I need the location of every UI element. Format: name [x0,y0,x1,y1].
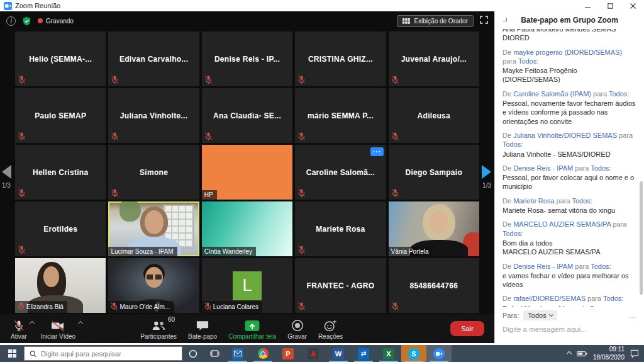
participant-tile[interactable]: Helio (SEMMA-... [15,31,106,86]
task-view-icon [210,349,219,358]
participant-tile[interactable]: LLuciana Colares [202,258,292,313]
action-center-icon[interactable] [630,349,639,358]
chat-message-header: De Juliana Vinholte/DIORED SEMAS para To… [502,131,636,149]
recording-indicator: Gravando [38,18,74,25]
leave-meeting-button[interactable]: Sair [450,321,484,336]
muted-mic-icon [18,189,25,197]
participant-tile[interactable]: Caroline Salomã... [295,145,386,200]
chat-message: De Denise Reis - IPAM para Todos:e vamos… [502,262,636,290]
participant-tile[interactable]: Edivan Carvalho... [108,31,199,86]
participant-tile[interactable]: Cíntia Wanderley [202,201,292,256]
participant-name-label: Cíntia Wanderley [202,247,256,256]
reactions-button[interactable]: Reações [313,314,348,343]
taskbar-app-mail-icon[interactable] [225,345,250,362]
minimize-button[interactable] [576,0,599,11]
send-to-dropdown[interactable]: Todos [523,310,557,320]
participant-tile[interactable]: Vânia Portela [389,201,479,256]
chat-message-body: Pessoal, por favor colocar aqui o nome e… [502,173,636,191]
chat-message-body: Mayke Feitosa Progênio (DIORED/SEMAS) [502,66,636,84]
meeting-header: i Gravando Exibição de Orador [0,11,494,30]
participant-tile[interactable]: Mauro O'de Alm... [108,258,199,313]
speaker-view-button[interactable]: Exibição de Orador [397,15,474,27]
chat-message-header: De Denise Reis - IPAM para Todos: [502,164,636,173]
chat-message-input[interactable] [502,325,636,333]
taskbar-app-zoom-icon[interactable] [426,345,452,362]
participant-tile[interactable]: Mariete Rosa [295,201,386,256]
close-button[interactable] [621,0,644,11]
recording-dot-icon [38,18,43,23]
participant-tile[interactable]: Elizandra Biá [15,258,106,313]
participant-name-label: Vânia Portela [389,247,433,256]
task-view-button[interactable] [204,345,225,362]
share-screen-button[interactable]: Compartilhar tela [223,314,282,343]
participant-name: Mariete Rosa [316,225,365,234]
next-page-arrow[interactable]: 1/3 [482,165,491,189]
participant-tile[interactable]: mário SEMMA P... [295,88,386,143]
participant-tile[interactable]: Lucimar Souza - IPAM [108,201,199,256]
taskbar-app-excel-icon[interactable]: X [376,345,401,362]
chevron-down-icon[interactable] [503,18,507,21]
taskbar-app-word-icon[interactable]: W [326,345,351,362]
participant-tile[interactable]: Ana Claudia- SE... [202,88,292,143]
participant-tile[interactable]: Hellen Cristina [15,145,106,200]
muted-mic-icon [205,132,212,140]
unmute-button[interactable]: Ativar [5,314,33,343]
search-input[interactable] [41,350,177,358]
tray-chevron-up-icon[interactable] [567,351,572,356]
participant-tile[interactable]: Paulo SEMAP [15,88,106,143]
taskbar-app-chrome-icon[interactable] [250,345,275,362]
chat-message-body: Ana Paula Monteiro Mendes SEMAS DIORED [502,29,636,43]
taskbar-apps: PAW⇄XS [225,345,452,362]
participant-tile[interactable]: Juliana Vinholte... [108,88,199,143]
muted-mic-icon [18,246,25,254]
participant-tile[interactable]: FRANTEC - AGRO [295,258,386,313]
cortana-button[interactable] [182,345,204,362]
record-icon [291,318,304,332]
previous-page-arrow[interactable]: 1/3 [2,165,11,189]
participant-grid: Helio (SEMMA-...Edivan Carvalho...Denise… [0,30,494,314]
chevron-right-icon [482,165,491,179]
muted-mic-icon [111,132,118,140]
clock-date: 18/08/2020 [593,354,625,362]
taskbar-app-acrobat-icon[interactable]: A [301,345,326,362]
start-video-button[interactable]: Iniciar Vídeo [35,314,82,343]
meeting-info-icon[interactable]: i [6,16,16,26]
participant-tile[interactable]: Adileusa [389,88,479,143]
start-button[interactable] [0,345,24,362]
chat-header: Bate-papo em Grupo Zoom [495,11,644,29]
encryption-shield-icon[interactable] [21,16,32,26]
participants-button[interactable]: 60 Participantes [135,314,182,343]
zoom-app-icon [4,2,12,10]
participant-name: Erotildes [43,225,77,234]
muted-mic-icon [298,246,305,254]
taskbar-app-skype-icon[interactable]: S [401,345,426,362]
composer-more-button[interactable]: ... [628,311,636,320]
fullscreen-icon[interactable] [480,15,488,26]
chat-scrollbar[interactable] [640,181,643,295]
taskbar-search-box[interactable] [24,346,182,361]
cortana-icon [189,349,197,358]
page-indicator: 1/3 [482,182,491,189]
battery-icon[interactable] [577,351,587,357]
participant-tile[interactable]: Juvenal Araujo/... [389,31,479,86]
chat-message: De MARCELO AUZIER SEMAS/PA para Todos:Bo… [502,220,636,256]
more-options-badge[interactable] [370,147,384,156]
participant-tile[interactable]: HP [202,145,292,200]
taskbar-clock[interactable]: 09:11 18/08/2020 [593,346,625,361]
participant-tile[interactable]: Simone [108,145,199,200]
chat-title: Bate-papo em Grupo Zoom [521,16,618,25]
zoom-app-window: Zoom Reunião i Gravando [0,0,644,362]
record-button[interactable]: Gravar [282,314,313,343]
maximize-button[interactable] [599,0,621,11]
chevron-left-icon [2,165,11,179]
participant-tile[interactable]: 85486644766 [389,258,479,313]
participant-name: CRISTINA GHIZ... [308,55,373,64]
participant-tile[interactable]: CRISTINA GHIZ... [295,31,386,86]
participant-name-label: Mauro O'de Alm... [108,301,174,313]
chat-button[interactable]: Bate-papo [182,314,223,343]
taskbar-app-teamviewer-icon[interactable]: ⇄ [351,345,376,362]
participant-tile[interactable]: Denise Reis - IP... [202,31,292,86]
participant-tile[interactable]: Erotildes [15,201,106,256]
participant-tile[interactable]: Diego Sampaio [389,145,479,200]
taskbar-app-powerpoint-icon[interactable]: P [275,345,301,362]
